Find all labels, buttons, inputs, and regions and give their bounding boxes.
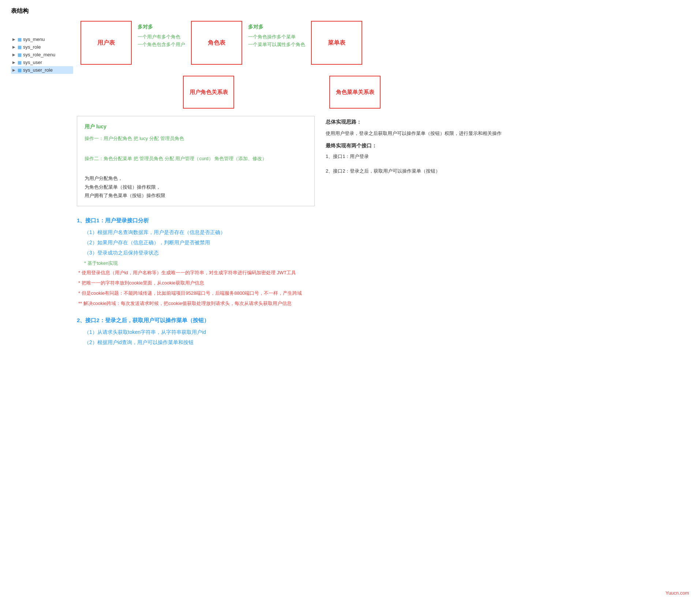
sidebar-item-sys-role[interactable]: ▶ ▦ sys_role bbox=[11, 43, 73, 51]
expand-icon: ▶ bbox=[12, 37, 16, 41]
section1-title: 1、接口1：用户登录接口分析 bbox=[77, 217, 689, 224]
diagram-section: 用户表 多对多 一个用户有多个角色 一个角色包含多个用户 角色表 多对多 一个角… bbox=[77, 21, 689, 109]
sidebar-item-sys-user-role[interactable]: ▶ ▦ sys_user_role bbox=[11, 66, 73, 74]
diagram-row1: 用户表 多对多 一个用户有多个角色 一个角色包含多个用户 角色表 多对多 一个角… bbox=[81, 21, 689, 65]
sidebar-item-sys-role-menu[interactable]: ▶ ▦ sys_role_menu bbox=[11, 51, 73, 59]
role-menu-rel-box: 角色菜单关系表 bbox=[329, 76, 381, 109]
sidebar-item-sys-menu[interactable]: ▶ ▦ sys_menu bbox=[11, 35, 73, 43]
section1-sub3: （3）登录成功之后保持登录状态 bbox=[84, 250, 689, 256]
sidebar: ▶ ▦ sys_menu ▶ ▦ sys_role ▶ ▦ sys_role_m… bbox=[11, 21, 73, 350]
section2-sub2: （2）根据用户id查询，用户可以操作菜单和按钮 bbox=[84, 339, 689, 346]
relation-block-1: 多对多 一个用户有多个角色 一个角色包含多个用户 bbox=[132, 21, 191, 52]
diagram-row2: 用户角色关系表 角色菜单关系表 bbox=[81, 76, 689, 109]
section1-note2: * 使用登录信息（用户id，用户名称等）生成唯一一的字符串，对生成字符串进行编码… bbox=[78, 269, 689, 277]
section1-sub2: （2）如果用户存在（信息正确），判断用户是否被禁用 bbox=[84, 240, 689, 246]
section2-title: 2、接口2：登录之后，获取用户可以操作菜单（按钮） bbox=[77, 317, 689, 324]
expand-icon: ▶ bbox=[12, 53, 16, 57]
user-table-box: 用户表 bbox=[81, 21, 132, 65]
expand-icon: ▶ bbox=[12, 68, 16, 72]
section1-note1: * 基于token实现 bbox=[84, 260, 689, 267]
expand-icon: ▶ bbox=[12, 45, 16, 49]
section1-note4: * 但是cookie有问题：不能跨域传递，比如前端项目9528端口号，后端服务8… bbox=[78, 289, 689, 297]
expand-icon: ▶ bbox=[12, 60, 16, 64]
sidebar-item-sys-user[interactable]: ▶ ▦ sys_user bbox=[11, 59, 73, 66]
content-area: 用户表 多对多 一个用户有多个角色 一个角色包含多个用户 角色表 多对多 一个角… bbox=[73, 21, 689, 350]
info-section: 用户 lucy 操作一：用户分配角色 把 lucy 分配 管理员角色 操作二：角… bbox=[77, 116, 689, 206]
info-box-right: 总体实现思路： 使用用户登录，登录之后获取用户可以操作菜单（按钮）权限，进行显示… bbox=[326, 116, 689, 206]
page-title: 表结构 bbox=[11, 7, 689, 15]
section1-note5: ** 解决cookie跨域：每次发送请求时候，把cookie值获取处理放到请求头… bbox=[78, 299, 689, 308]
relation-block-2: 多对多 一个角色操作多个菜单 一个菜单可以属性多个角色 bbox=[242, 21, 311, 52]
section2-sub1: （1）从请求头获取token字符串，从字符串获取用户id bbox=[84, 329, 689, 336]
section1-sub1: （1）根据用户名查询数据库，用户是否存在（信息是否正确） bbox=[84, 229, 689, 236]
user-role-rel-box: 用户角色关系表 bbox=[183, 76, 234, 109]
info-box-left: 用户 lucy 操作一：用户分配角色 把 lucy 分配 管理员角色 操作二：角… bbox=[77, 116, 315, 206]
menu-table-box: 菜单表 bbox=[311, 21, 362, 65]
section1-note3: * 把唯一一的字符串放到cookie里面，从cookie获取用户信息 bbox=[78, 279, 689, 287]
role-table-box: 角色表 bbox=[191, 21, 242, 65]
